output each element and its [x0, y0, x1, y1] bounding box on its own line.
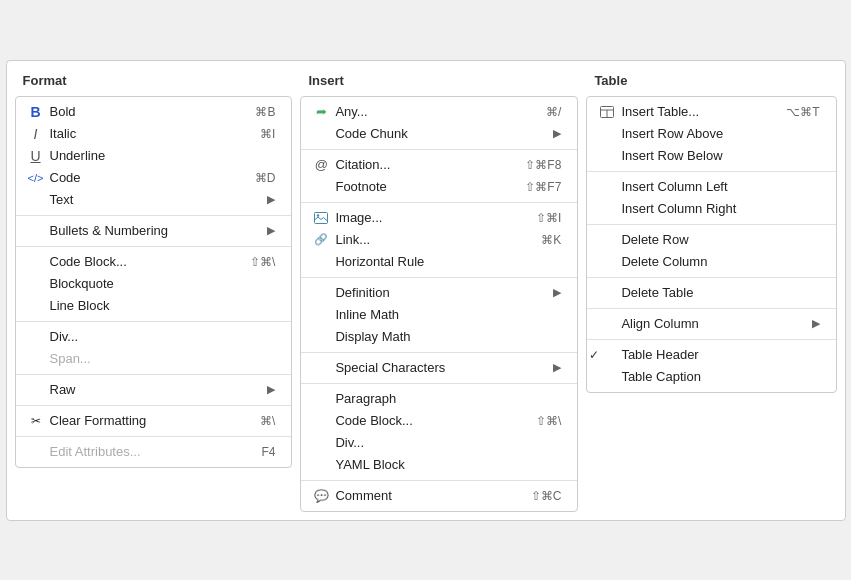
menu-item-span[interactable]: Span...	[16, 348, 292, 370]
comment-label: Comment	[335, 488, 514, 503]
menu-item-citation[interactable]: @ Citation... ⇧⌘F8	[301, 154, 577, 176]
menu-item-clearformatting[interactable]: ✂ Clear Formatting ⌘\	[16, 410, 292, 432]
code-icon: </>	[26, 172, 46, 184]
bullets-arrow: ▶	[267, 224, 275, 237]
ins-div-5	[301, 383, 577, 384]
menu-item-footnote[interactable]: Footnote ⇧⌘F7	[301, 176, 577, 198]
menu-item-inserttable[interactable]: Insert Table... ⌥⌘T	[587, 101, 835, 123]
underline-label: Underline	[50, 148, 276, 163]
table-panel: Insert Table... ⌥⌘T Insert Row Above Ins…	[586, 96, 836, 393]
menu-item-yamlblock[interactable]: YAML Block	[301, 454, 577, 476]
insert-column: Insert ➦ Any... ⌘/ Code Chunk ▶ @ Citati…	[300, 69, 578, 512]
insertrowbelow-label: Insert Row Below	[621, 148, 819, 163]
div2-label: Div...	[335, 435, 561, 450]
divider-2	[16, 246, 292, 247]
inlinemath-label: Inline Math	[335, 307, 561, 322]
image-shortcut: ⇧⌘I	[536, 211, 561, 225]
menu-item-aligncolumn[interactable]: Align Column ▶	[587, 313, 835, 335]
menu-item-deletetable[interactable]: Delete Table	[587, 282, 835, 304]
menu-item-codechunk[interactable]: Code Chunk ▶	[301, 123, 577, 145]
deletetable-label: Delete Table	[621, 285, 819, 300]
specialchars-label: Special Characters	[335, 360, 545, 375]
menu-item-tableheader[interactable]: ✓ Table Header	[587, 344, 835, 366]
menu-item-insertrowbelow[interactable]: Insert Row Below	[587, 145, 835, 167]
aligncolumn-arrow: ▶	[812, 317, 820, 330]
menu-item-insertcolumnright[interactable]: Insert Column Right	[587, 198, 835, 220]
divider-1	[16, 215, 292, 216]
code-shortcut: ⌘D	[255, 171, 276, 185]
tbl-div-2	[587, 224, 835, 225]
menu-item-lineblock[interactable]: Line Block	[16, 295, 292, 317]
svg-point-1	[317, 214, 319, 216]
menu-item-image[interactable]: Image... ⇧⌘I	[301, 207, 577, 229]
footnote-shortcut: ⇧⌘F7	[525, 180, 561, 194]
insertcolumnleft-label: Insert Column Left	[621, 179, 819, 194]
specialchars-arrow: ▶	[553, 361, 561, 374]
clearformat-shortcut: ⌘\	[260, 414, 275, 428]
codechunk-label: Code Chunk	[335, 126, 545, 141]
menu-item-code[interactable]: </> Code ⌘D	[16, 167, 292, 189]
image-icon	[311, 212, 331, 224]
inserttable-shortcut: ⌥⌘T	[786, 105, 819, 119]
tbl-div-4	[587, 308, 835, 309]
format-column: Format B Bold ⌘B I Italic ⌘I U Underline…	[15, 69, 293, 468]
citation-shortcut: ⇧⌘F8	[525, 158, 561, 172]
comment-shortcut: ⇧⌘C	[531, 489, 562, 503]
codeblock2-shortcut: ⇧⌘\	[536, 414, 561, 428]
link-label: Link...	[335, 232, 525, 247]
definition-label: Definition	[335, 285, 545, 300]
deleterow-label: Delete Row	[621, 232, 819, 247]
image-label: Image...	[335, 210, 520, 225]
menu-item-tablecaption[interactable]: Table Caption	[587, 366, 835, 388]
menu-item-definition[interactable]: Definition ▶	[301, 282, 577, 304]
menu-item-specialchars[interactable]: Special Characters ▶	[301, 357, 577, 379]
menu-item-paragraph[interactable]: Paragraph	[301, 388, 577, 410]
menu-item-div2[interactable]: Div...	[301, 432, 577, 454]
insert-panel: ➦ Any... ⌘/ Code Chunk ▶ @ Citation... ⇧…	[300, 96, 578, 512]
menu-item-underline[interactable]: U Underline	[16, 145, 292, 167]
comment-icon: 💬	[311, 489, 331, 503]
ins-div-2	[301, 202, 577, 203]
lineblock-label: Line Block	[50, 298, 276, 313]
italic-icon: I	[26, 126, 46, 142]
hrule-label: Horizontal Rule	[335, 254, 561, 269]
menu-item-raw[interactable]: Raw ▶	[16, 379, 292, 401]
menu-item-deleterow[interactable]: Delete Row	[587, 229, 835, 251]
code-label: Code	[50, 170, 239, 185]
menu-item-any[interactable]: ➦ Any... ⌘/	[301, 101, 577, 123]
menu-item-blockquote[interactable]: Blockquote	[16, 273, 292, 295]
aligncolumn-label: Align Column	[621, 316, 803, 331]
menu-item-editattributes[interactable]: Edit Attributes... F4	[16, 441, 292, 463]
div-label: Div...	[50, 329, 276, 344]
italic-shortcut: ⌘I	[260, 127, 275, 141]
menu-item-link[interactable]: 🔗 Link... ⌘K	[301, 229, 577, 251]
format-header: Format	[15, 69, 293, 96]
menu-item-comment[interactable]: 💬 Comment ⇧⌘C	[301, 485, 577, 507]
menu-item-displaymath[interactable]: Display Math	[301, 326, 577, 348]
text-label: Text	[50, 192, 260, 207]
codeblock-shortcut: ⇧⌘\	[250, 255, 275, 269]
menu-item-codeblock[interactable]: Code Block... ⇧⌘\	[16, 251, 292, 273]
menu-item-deletecolumn[interactable]: Delete Column	[587, 251, 835, 273]
insert-header: Insert	[300, 69, 578, 96]
menu-item-insertcolumnleft[interactable]: Insert Column Left	[587, 176, 835, 198]
menu-item-italic[interactable]: I Italic ⌘I	[16, 123, 292, 145]
tableheader-check: ✓	[589, 348, 599, 362]
menu-item-text[interactable]: Text ▶	[16, 189, 292, 211]
bold-icon: B	[26, 104, 46, 120]
menu-item-bullets[interactable]: Bullets & Numbering ▶	[16, 220, 292, 242]
raw-label: Raw	[50, 382, 260, 397]
blockquote-label: Blockquote	[50, 276, 276, 291]
menu-item-codeblock2[interactable]: Code Block... ⇧⌘\	[301, 410, 577, 432]
menu-item-div[interactable]: Div...	[16, 326, 292, 348]
menu-item-inlinemath[interactable]: Inline Math	[301, 304, 577, 326]
editattr-shortcut: F4	[261, 445, 275, 459]
insertrowabove-label: Insert Row Above	[621, 126, 819, 141]
footnote-label: Footnote	[335, 179, 509, 194]
menu-item-insertrowabove[interactable]: Insert Row Above	[587, 123, 835, 145]
menu-item-hrule[interactable]: Horizontal Rule	[301, 251, 577, 273]
bold-shortcut: ⌘B	[255, 105, 275, 119]
clearformat-icon: ✂	[26, 414, 46, 428]
menu-item-bold[interactable]: B Bold ⌘B	[16, 101, 292, 123]
bold-label: Bold	[50, 104, 240, 119]
